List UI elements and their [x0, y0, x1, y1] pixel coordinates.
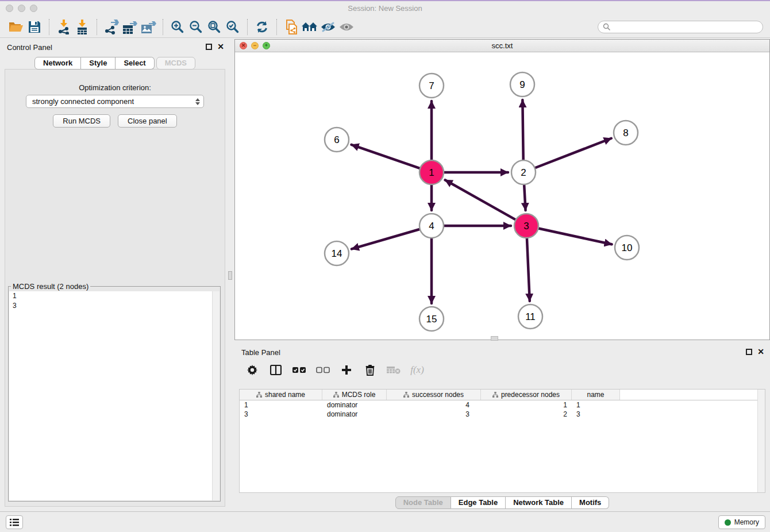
export-network-icon[interactable] [102, 18, 121, 36]
column-type-icon [403, 392, 409, 398]
close-panel-button[interactable]: Close panel [118, 114, 177, 128]
tab-motifs[interactable]: Motifs [572, 496, 609, 509]
network-window-title: scc.txt [235, 40, 769, 52]
application-window: Session: New Session [0, 0, 770, 532]
minimize-window-button[interactable] [18, 5, 25, 12]
main-toolbar [0, 16, 770, 38]
vertical-split-handle[interactable] [228, 271, 232, 280]
graph-node-label: 11 [525, 311, 536, 322]
table-scrollbar[interactable] [757, 390, 765, 492]
task-history-button[interactable] [6, 515, 23, 529]
graph-edge[interactable] [527, 236, 530, 301]
tab-style[interactable]: Style [81, 57, 116, 70]
control-panel-title: Control Panel [7, 43, 52, 52]
refresh-icon[interactable] [253, 18, 271, 36]
zoom-in-icon[interactable] [168, 18, 187, 36]
folder-open-icon[interactable] [7, 18, 25, 36]
toolbar-separator [276, 19, 277, 35]
mcds-result-list[interactable]: 1 3 [9, 291, 220, 500]
deselect-all-icon[interactable] [315, 363, 330, 377]
float-table-panel-icon[interactable] [746, 349, 752, 355]
close-table-panel-icon[interactable]: ✕ [757, 348, 764, 356]
function-icon[interactable]: f(x) [410, 363, 425, 377]
search-input[interactable] [613, 23, 758, 31]
memory-button[interactable]: Memory [718, 515, 765, 529]
toolbar-separator [247, 19, 248, 35]
toolbar-separator [163, 19, 163, 35]
node-table: shared name MCDS role successor nodes pr… [239, 389, 765, 493]
import-table-icon[interactable] [73, 18, 91, 36]
export-image-icon[interactable] [139, 18, 157, 36]
tab-select[interactable]: Select [116, 57, 154, 70]
graph-edge[interactable] [352, 229, 422, 249]
add-icon[interactable] [339, 363, 354, 377]
table-panel-header: Table Panel ✕ [234, 344, 770, 360]
control-panel: Control Panel ✕ Network Style Select MCD… [0, 39, 230, 511]
column-type-icon [492, 392, 498, 398]
memory-label: Memory [734, 518, 759, 526]
zoom-fit-icon[interactable] [205, 18, 224, 36]
tab-network[interactable]: Network [34, 57, 81, 70]
search-field[interactable] [598, 21, 763, 33]
tab-network-table[interactable]: Network Table [506, 496, 572, 509]
column-header[interactable]: name [572, 390, 620, 400]
float-panel-icon[interactable] [206, 44, 212, 50]
export-table-icon[interactable] [121, 18, 139, 36]
close-panel-icon[interactable]: ✕ [217, 43, 224, 51]
horizontal-split-handle[interactable] [491, 336, 498, 341]
mcds-result-item[interactable]: 3 [9, 301, 220, 311]
column-header[interactable]: shared name [240, 390, 322, 400]
copy-document-icon[interactable] [282, 18, 301, 36]
close-window-button[interactable] [6, 5, 13, 12]
search-icon [603, 23, 610, 30]
tab-node-table[interactable]: Node Table [395, 496, 451, 509]
mcds-result-title: MCDS result (2 nodes) [11, 282, 90, 291]
run-mcds-button[interactable]: Run MCDS [53, 114, 110, 128]
graph-edge[interactable] [522, 100, 523, 162]
graph-node-label: 9 [519, 79, 525, 90]
column-type-icon [333, 392, 339, 398]
houses-icon[interactable] [301, 18, 319, 36]
table-row[interactable]: 3 dominator 3 2 3 [240, 410, 765, 419]
column-split-icon[interactable] [268, 363, 283, 377]
toolbar-separator [49, 19, 49, 35]
graph-node-label: 15 [426, 314, 437, 325]
graph-edge[interactable] [533, 138, 611, 169]
network-close-icon[interactable]: ✕ [240, 42, 247, 49]
column-header[interactable]: MCDS role [322, 390, 387, 400]
gear-icon[interactable] [245, 363, 260, 377]
maximize-window-button[interactable] [30, 5, 37, 12]
criterion-select[interactable]: strongly connected component [26, 95, 204, 108]
graph-edge[interactable] [445, 180, 518, 221]
graph-edge[interactable] [352, 145, 422, 169]
tab-edge-table[interactable]: Edge Table [451, 496, 506, 509]
table-tabs: Node Table Edge Table Network Table Moti… [234, 496, 770, 509]
table-toolbar: f(x) [240, 359, 425, 381]
eye-icon[interactable] [337, 18, 356, 36]
eye-slash-icon[interactable] [319, 18, 337, 36]
zoom-selected-icon[interactable] [224, 18, 242, 36]
network-canvas[interactable]: 7968124314101511 [235, 52, 769, 340]
column-header[interactable]: successor nodes [387, 390, 481, 400]
table-panel: Table Panel ✕ [234, 344, 770, 511]
network-maximize-icon[interactable]: + [263, 42, 270, 49]
column-type-icon [256, 392, 262, 398]
save-icon[interactable] [25, 18, 44, 36]
table-row[interactable]: 1 dominator 4 1 1 [240, 400, 765, 410]
import-network-icon[interactable] [55, 18, 73, 36]
graph-node-label: 2 [521, 167, 526, 178]
graph-edge[interactable] [524, 183, 526, 210]
trash-icon[interactable] [363, 363, 378, 377]
zoom-out-icon[interactable] [187, 18, 205, 36]
result-scrollbar[interactable] [212, 291, 220, 500]
delete-table-icon[interactable] [386, 363, 401, 377]
graph-node-label: 4 [429, 221, 434, 232]
mcds-result-item[interactable]: 1 [9, 291, 220, 301]
select-all-icon[interactable] [292, 363, 307, 377]
network-minimize-icon[interactable]: − [251, 42, 259, 49]
graph-edge[interactable] [537, 228, 612, 244]
list-icon [10, 519, 19, 526]
column-header[interactable]: predecessor nodes [481, 390, 572, 400]
control-panel-tabs: Network Style Select MCDS [0, 57, 230, 70]
tab-mcds[interactable]: MCDS [156, 57, 195, 70]
